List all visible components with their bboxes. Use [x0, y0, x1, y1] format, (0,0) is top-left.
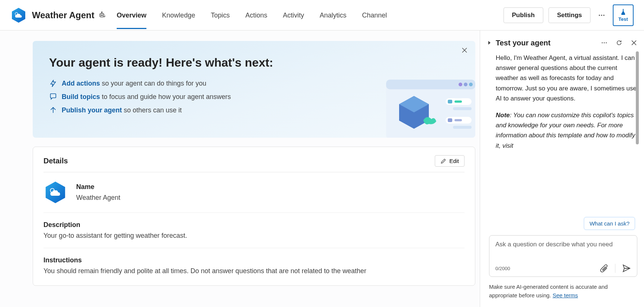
tab-overview[interactable]: Overview	[117, 1, 146, 29]
top-bar: Weather Agent Overview Knowledge Topics …	[0, 0, 644, 31]
arrow-up-icon	[49, 106, 57, 114]
lightning-icon	[49, 79, 57, 87]
tab-actions[interactable]: Actions	[245, 1, 267, 29]
tab-topics[interactable]: Topics	[211, 1, 230, 29]
suggestion-chip[interactable]: What can I ask?	[584, 217, 635, 230]
svg-rect-21	[448, 118, 452, 122]
tab-activity[interactable]: Activity	[283, 1, 304, 29]
description-value: Your go-to assistant for getting weather…	[43, 232, 465, 240]
panel-title: Test your agent	[496, 39, 595, 47]
chat-icon	[49, 93, 57, 101]
add-actions-link[interactable]: Add actions	[62, 80, 100, 87]
banner-illustration	[386, 77, 475, 138]
svg-point-3	[101, 15, 101, 16]
svg-rect-2	[100, 13, 104, 17]
collapse-icon[interactable]	[487, 40, 492, 45]
tab-channel[interactable]: Channel	[362, 1, 387, 29]
svg-rect-23	[453, 126, 472, 129]
svg-point-6	[599, 15, 600, 16]
test-button[interactable]: Test	[613, 4, 634, 26]
chat-input[interactable]	[495, 241, 631, 260]
main-content: Your agent is ready! Here's what's next:…	[0, 31, 480, 307]
svg-point-28	[606, 42, 607, 44]
agent-logo-icon	[10, 7, 27, 23]
publish-button[interactable]: Publish	[504, 7, 543, 23]
banner-close-icon[interactable]	[461, 47, 468, 55]
tab-analytics[interactable]: Analytics	[320, 1, 346, 29]
svg-point-13	[469, 83, 473, 86]
svg-rect-22	[454, 119, 462, 121]
bot-edit-icon[interactable]	[98, 11, 106, 19]
svg-point-8	[603, 15, 604, 16]
more-icon[interactable]	[596, 9, 608, 21]
chat-input-box: 0/2000	[489, 235, 637, 277]
svg-rect-19	[453, 107, 472, 110]
svg-point-7	[601, 15, 602, 16]
agent-greeting: Hello, I'm Weather Agent, a virtual assi…	[496, 53, 637, 103]
footer-note: Make sure AI-generated content is accura…	[489, 283, 637, 300]
attach-icon[interactable]	[600, 264, 608, 272]
name-label: Name	[76, 183, 120, 191]
agent-avatar-icon	[43, 180, 67, 204]
svg-point-5	[101, 12, 102, 12]
svg-point-11	[459, 83, 462, 86]
pencil-icon	[440, 158, 446, 164]
build-topics-link[interactable]: Build topics	[62, 93, 100, 100]
svg-rect-18	[454, 100, 462, 103]
svg-point-27	[604, 42, 605, 44]
instructions-label: Instructions	[43, 256, 465, 264]
test-panel: Test your agent Hello, I'm Weather Agent…	[480, 31, 644, 307]
agent-note: Note: You can now customize this copilot…	[496, 110, 637, 151]
refresh-icon[interactable]	[614, 37, 625, 48]
banner-title: Your agent is ready! Here's what's next:	[49, 56, 459, 70]
details-card: Details Edit Name Weather Agent Descript…	[33, 147, 475, 286]
agent-title: Weather Agent	[32, 10, 94, 20]
chat-messages[interactable]: Hello, I'm Weather Agent, a virtual assi…	[487, 51, 640, 231]
ready-banner: Your agent is ready! Here's what's next:…	[33, 41, 475, 138]
instructions-value: You should remain friendly and polite at…	[43, 267, 465, 275]
scrollbar[interactable]	[636, 51, 639, 144]
description-label: Description	[43, 221, 465, 229]
svg-point-4	[102, 15, 103, 16]
top-actions: Publish Settings Test	[504, 4, 634, 26]
nav-tabs: Overview Knowledge Topics Actions Activi…	[117, 1, 504, 29]
see-terms-link[interactable]: See terms	[553, 292, 578, 298]
svg-rect-17	[448, 100, 452, 103]
send-icon[interactable]	[622, 264, 631, 273]
tab-knowledge[interactable]: Knowledge	[162, 1, 195, 29]
publish-agent-link[interactable]: Publish your agent	[62, 106, 122, 114]
details-title: Details	[43, 157, 68, 165]
char-count: 0/2000	[495, 266, 600, 271]
edit-button[interactable]: Edit	[435, 155, 465, 167]
panel-more-icon[interactable]	[599, 37, 610, 48]
svg-point-26	[602, 42, 603, 44]
settings-button[interactable]: Settings	[548, 7, 590, 23]
svg-point-12	[464, 83, 467, 86]
name-value: Weather Agent	[76, 194, 120, 202]
close-panel-icon[interactable]	[628, 37, 640, 48]
